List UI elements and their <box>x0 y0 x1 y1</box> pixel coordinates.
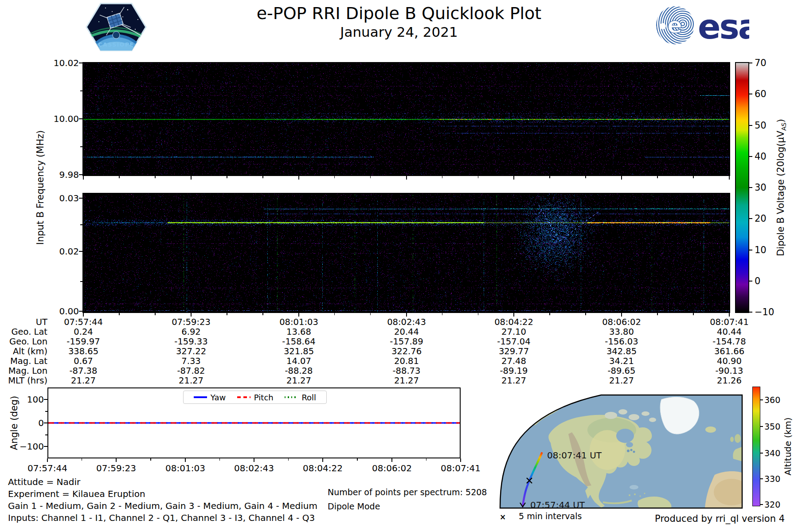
table-row-maglat: Mag. Lat 0.67 7.33 14.07 20.81 27.48 34.… <box>0 356 798 366</box>
axis-tick <box>693 313 694 315</box>
alt-tick-360: 360 <box>764 396 780 404</box>
cell: 08:04:22 <box>469 317 558 327</box>
cell: 40.90 <box>685 356 774 366</box>
cell: 08:07:41 <box>685 317 774 327</box>
altitude-colorbar <box>752 387 760 506</box>
cell: -90.13 <box>685 366 774 376</box>
cell: 0.67 <box>39 356 128 366</box>
axis-tick <box>47 458 48 462</box>
altitude-colorbar-label: Altitude (km) <box>782 407 793 486</box>
axis-tick <box>585 176 586 178</box>
angle-xtick-6: 08:07:41 <box>416 464 505 473</box>
cell: 21.27 <box>147 376 235 386</box>
axis-tick <box>334 313 335 315</box>
annotation-attitude: Attitude = Nadir <box>8 477 80 487</box>
cell: 21.27 <box>254 376 343 386</box>
cell: 40.44 <box>685 327 774 337</box>
cell: 21.27 <box>577 376 666 386</box>
cell: 34.21 <box>577 356 666 366</box>
cell: 08:02:43 <box>362 317 451 327</box>
axis-tick <box>79 311 82 312</box>
bottom-ytick-1: 0.03 <box>41 194 79 203</box>
cell: 327.22 <box>147 347 235 356</box>
cell: -159.33 <box>147 337 235 347</box>
cell: 07:57:44 <box>39 317 128 327</box>
esa-logo-text: esa <box>698 7 749 45</box>
alt-tick-340: 340 <box>764 449 780 458</box>
legend-label-yaw: Yaw <box>211 393 226 402</box>
axis-tick <box>749 218 752 219</box>
roll-line-icon <box>285 396 298 398</box>
axis-tick <box>370 176 371 178</box>
cb-tick-10: 10 <box>755 245 767 254</box>
axis-tick <box>426 458 427 461</box>
axis-tick <box>749 187 752 188</box>
cell: 20.81 <box>362 356 451 366</box>
axis-tick <box>621 313 622 317</box>
axis-tick <box>729 176 730 180</box>
axis-tick <box>406 176 407 180</box>
cassiope-logo-text: CASSIOPE <box>98 41 134 48</box>
axis-tick <box>227 176 227 178</box>
axis-tick <box>693 176 694 178</box>
axis-tick <box>79 251 82 252</box>
axis-tick <box>79 174 82 175</box>
alt-tick-350: 350 <box>764 422 780 431</box>
cell: -157.04 <box>469 337 558 347</box>
top-ytick-3: 9.98 <box>41 170 79 179</box>
axis-tick <box>44 422 47 423</box>
axis-tick <box>262 313 263 315</box>
axis-tick <box>79 118 82 119</box>
axis-tick <box>334 176 335 178</box>
axis-tick <box>749 156 752 157</box>
cell: 20.44 <box>362 327 451 337</box>
cell: 361.66 <box>685 347 774 356</box>
axis-tick <box>298 176 299 180</box>
axis-tick <box>760 453 763 454</box>
spectrogram-bottom-canvas <box>83 194 729 312</box>
legend-label-pitch: Pitch <box>254 393 274 402</box>
cb-tick-m10: −10 <box>755 308 774 317</box>
axis-tick <box>119 176 120 178</box>
axis-tick <box>621 176 622 180</box>
voltage-colorbar-label: Dipole B Voltage (20log(μVAS) <box>775 63 787 312</box>
cell: 14.07 <box>254 356 343 366</box>
axis-tick <box>549 176 550 178</box>
axis-tick <box>760 399 763 400</box>
axis-tick <box>191 313 192 317</box>
axis-tick <box>357 458 358 461</box>
bottom-ytick-2: 0.02 <box>41 247 79 256</box>
axis-tick <box>79 63 82 63</box>
cell: 7.33 <box>147 356 235 366</box>
axis-tick <box>191 176 192 180</box>
cell: 21.26 <box>685 376 774 386</box>
map-basemap <box>497 392 745 509</box>
table-row-geolon: Geo. Lon -159.97 -159.33 -158.64 -157.89… <box>0 337 798 347</box>
axis-tick <box>749 94 752 94</box>
axis-tick <box>370 313 371 315</box>
axis-tick <box>79 198 82 199</box>
interval-legend-text: 5 min intervals <box>519 511 582 521</box>
cell: 33.80 <box>577 327 666 337</box>
axis-tick <box>460 458 461 462</box>
top-ytick-1: 10.02 <box>41 59 79 67</box>
angle-ytick-0: 0 <box>6 419 44 427</box>
voltage-colorbar-label-sub: AS <box>780 122 787 130</box>
legend-label-roll: Roll <box>301 393 316 402</box>
cell: 27.48 <box>469 356 558 366</box>
cell: -88.73 <box>362 366 451 376</box>
axis-tick <box>657 313 658 315</box>
cassiope-logo: CASSIOPE <box>86 2 147 54</box>
cell: -89.65 <box>577 366 666 376</box>
table-row-alt: Alt (km) 338.65 327.22 321.85 322.76 329… <box>0 347 798 356</box>
axis-tick <box>155 313 156 315</box>
alt-tick-320: 320 <box>764 501 780 509</box>
cell: 07:59:23 <box>147 317 235 327</box>
cell: 338.65 <box>39 347 128 356</box>
esa-logo-icon: e esa <box>655 5 749 45</box>
cell: -154.78 <box>685 337 774 347</box>
cell: 27.10 <box>469 327 558 337</box>
axis-tick <box>219 458 220 461</box>
cell: 0.24 <box>39 327 128 337</box>
axis-tick <box>82 458 82 461</box>
